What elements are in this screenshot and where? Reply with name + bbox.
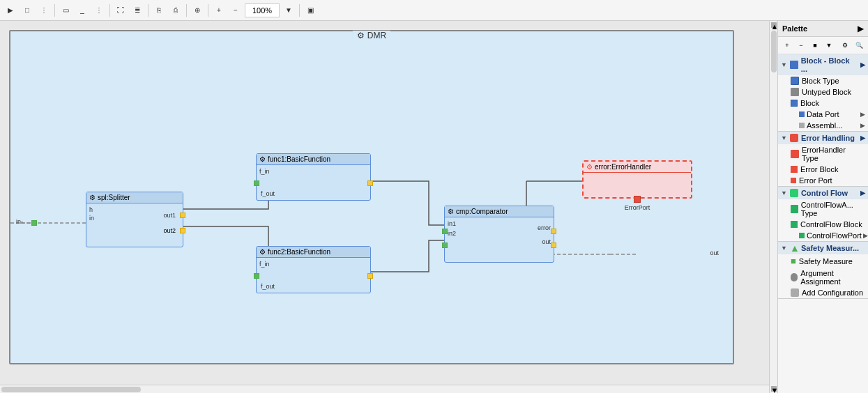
cmp-error-label: error <box>538 224 551 231</box>
v-scroll-down[interactable]: ▼ <box>771 386 777 392</box>
screenshot-btn[interactable]: ▣ <box>303 3 318 18</box>
func2-in-port <box>254 273 259 279</box>
rect-btn[interactable]: ▭ <box>58 3 73 18</box>
in-port <box>31 220 37 226</box>
palette-item-error-block[interactable]: Error Block <box>778 164 868 175</box>
func2-node[interactable]: ⚙ func2:BasicFunction f_in f_out <box>256 246 371 293</box>
palette-collapse-btn[interactable]: ▶ <box>858 24 864 33</box>
splitter-title: ⚙ spl:Splitter <box>86 192 183 203</box>
marquee-tool-btn[interactable]: □ <box>20 3 35 18</box>
palette-item-data-port[interactable]: Data Port ▶ <box>778 109 868 120</box>
error-handler-type-icon <box>791 150 799 158</box>
error-port-label: ErrorPort <box>625 204 650 211</box>
palette-scroll[interactable]: ▼ Block - Block ... ▶ Block Type Untyped… <box>778 54 868 393</box>
canvas-container: ⚙ DMR <box>0 21 769 393</box>
palette-item-block[interactable]: Block <box>778 98 868 109</box>
cf-group-fold-icon: ▼ <box>781 190 787 196</box>
palette-item-add-configuration[interactable]: Add Configuration <box>778 287 868 298</box>
func2-body: f_in <box>257 258 370 270</box>
toolbar: ▶ □ ⋮ ▭ ⎯ ⋮ ⛶ ≣ ⎘ ⎙ ⊕ + − 100% ▼ ▣ <box>0 0 868 21</box>
palette-zoom-out-btn[interactable]: − <box>795 39 807 52</box>
func1-out-port <box>367 180 373 186</box>
palette-group-error-header[interactable]: ▼ Error Handling ▶ <box>778 132 868 144</box>
assembly-row: Assembl... <box>791 121 842 130</box>
palette-item-untyped-block[interactable]: Untyped Block <box>778 86 868 98</box>
in-port-label: in- <box>16 218 23 225</box>
cf-port-row: ControlFlowPort <box>791 231 862 240</box>
add-configuration-label: Add Configuration <box>802 288 863 297</box>
v-scrollbar-thumb[interactable] <box>771 31 777 72</box>
zoom-dropdown-btn[interactable]: ▼ <box>281 3 296 18</box>
block-group-expand-icon: ▶ <box>860 61 865 68</box>
palette-item-safety-measure[interactable]: ■ Safety Measure <box>778 254 868 268</box>
palette-item-error-handler-type[interactable]: ErrorHandler Type <box>778 144 868 164</box>
block-type-label: Block Type <box>802 77 839 85</box>
palette-item-assembly[interactable]: Assembl... ▶ <box>778 120 868 131</box>
func1-node[interactable]: ⚙ func1:BasicFunction f_in f_out <box>256 153 371 201</box>
fit-btn[interactable]: ⛶ <box>113 3 128 18</box>
func1-body: f_in <box>257 165 370 178</box>
func2-fout-label: f_out <box>261 283 275 290</box>
error-block-icon <box>791 166 798 173</box>
cf-group-icon <box>790 189 798 197</box>
data-port-row: Data Port <box>791 110 839 118</box>
cf-a-type-icon <box>791 205 798 213</box>
palette-item-cf-port[interactable]: ControlFlowPort ▶ <box>778 230 868 241</box>
func2-out-port <box>367 273 373 279</box>
vertical-scrollbar[interactable]: ▲ ▼ <box>769 21 777 393</box>
cmp-out-port <box>551 242 556 248</box>
palette-more-btn[interactable]: ▼ <box>823 39 835 52</box>
paste-btn[interactable]: ⎙ <box>168 3 183 18</box>
canvas-scroll[interactable]: ⚙ DMR <box>0 21 769 385</box>
zoom-in-btn[interactable]: + <box>211 3 227 18</box>
route-btn[interactable]: ⋮ <box>91 3 107 18</box>
palette-settings-btn[interactable]: ⚙ <box>839 39 851 52</box>
error-handler-node[interactable]: ⚙ error:ErrorHandler ErrorPort <box>582 160 692 199</box>
safety-group-fold-icon: ▼ <box>781 245 787 252</box>
snap-btn[interactable]: ⋮ <box>36 3 52 18</box>
palette-zoom-in-btn[interactable]: + <box>781 39 793 52</box>
cf-group-expand-icon: ▶ <box>860 190 865 196</box>
sep6 <box>299 4 300 17</box>
palette-group-cf-header[interactable]: ▼ Control Flow ▶ <box>778 187 868 199</box>
h-scrollbar-thumb[interactable] <box>1 387 141 392</box>
splitter-out1-port <box>180 213 185 218</box>
layout-btn[interactable]: ≣ <box>130 3 145 18</box>
palette-fit-btn[interactable]: ■ <box>809 39 821 52</box>
palette-item-error-port[interactable]: Error Port <box>778 175 868 186</box>
conn-btn[interactable]: ⎯ <box>75 3 90 18</box>
v-scroll-up[interactable]: ▲ <box>771 22 777 28</box>
func1-label: func1:BasicFunction <box>268 155 330 163</box>
cf-port-expand-icon: ▶ <box>863 232 868 239</box>
splitter-node[interactable]: ⚙ spl:Splitter h in out1 <box>86 192 183 247</box>
palette-group-safety-header[interactable]: ▼ ▲ Safety Measur... <box>778 242 868 254</box>
comparator-node[interactable]: ⚙ cmp:Comparator in1 in2 error <box>444 206 554 263</box>
cmp-in1-port <box>442 229 448 234</box>
func2-label: func2:BasicFunction <box>268 248 330 256</box>
sep3 <box>148 4 149 17</box>
palette-item-cf-block[interactable]: ControlFlow Block <box>778 219 868 230</box>
palette-group-error: ▼ Error Handling ▶ ErrorHandler Type Err… <box>778 132 868 187</box>
sep5 <box>208 4 208 17</box>
palette-group-block-header[interactable]: ▼ Block - Block ... ▶ <box>778 54 868 75</box>
palette-toolbar: + − ■ ▼ ⚙ 🔍 <box>778 37 868 54</box>
cmp-in2-port <box>442 242 448 248</box>
copy-btn[interactable]: ⎘ <box>151 3 167 18</box>
palette-group-safety: ▼ ▲ Safety Measur... ■ Safety Measure Ar… <box>778 242 868 299</box>
untyped-block-icon <box>791 88 799 96</box>
zoom-out-btn[interactable]: − <box>228 3 243 18</box>
group-btn[interactable]: ⊕ <box>190 3 205 18</box>
block-type-icon <box>791 77 799 85</box>
palette-search-btn[interactable]: 🔍 <box>853 39 865 52</box>
palette-item-block-type[interactable]: Block Type <box>778 75 868 86</box>
horizontal-scrollbar[interactable] <box>0 385 769 393</box>
cf-block-icon <box>791 221 798 228</box>
palette-item-cf-a-type[interactable]: ControlFlowA... Type <box>778 199 868 219</box>
error-port <box>634 196 641 203</box>
palette-group-control-flow: ▼ Control Flow ▶ ControlFlowA... Type Co… <box>778 187 868 242</box>
select-tool-btn[interactable]: ▶ <box>3 3 18 18</box>
func1-fin-label: f_in <box>259 168 367 175</box>
palette-item-argument-assignment[interactable]: Argument Assignment <box>778 268 868 287</box>
diagram-title-label: DMR <box>367 31 386 40</box>
error-group-label: Error Handling <box>801 134 855 142</box>
